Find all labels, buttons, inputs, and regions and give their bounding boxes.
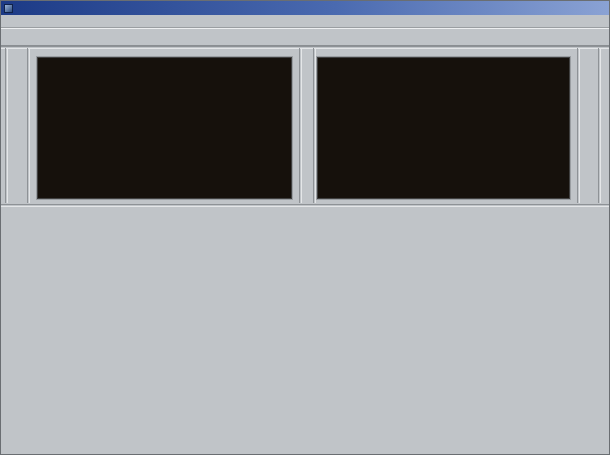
panel-groove (27, 48, 30, 203)
panel-groove (577, 48, 580, 203)
panel-groove (313, 48, 316, 203)
avid-liquid-window: ◀ (0, 0, 610, 455)
brand-logo (599, 16, 604, 26)
panel-divider (1, 46, 609, 49)
master-monitor-video[interactable] (317, 57, 570, 199)
panel-groove (598, 48, 601, 203)
panel-divider (1, 204, 609, 207)
room-interior (53, 73, 255, 170)
panel-groove (299, 48, 302, 203)
source-monitor-video[interactable] (37, 57, 292, 199)
app-icon (4, 4, 13, 13)
top-toolbar (1, 28, 609, 46)
panel-groove (5, 48, 8, 203)
menu-bar (1, 15, 609, 28)
title-bar[interactable] (1, 1, 609, 15)
